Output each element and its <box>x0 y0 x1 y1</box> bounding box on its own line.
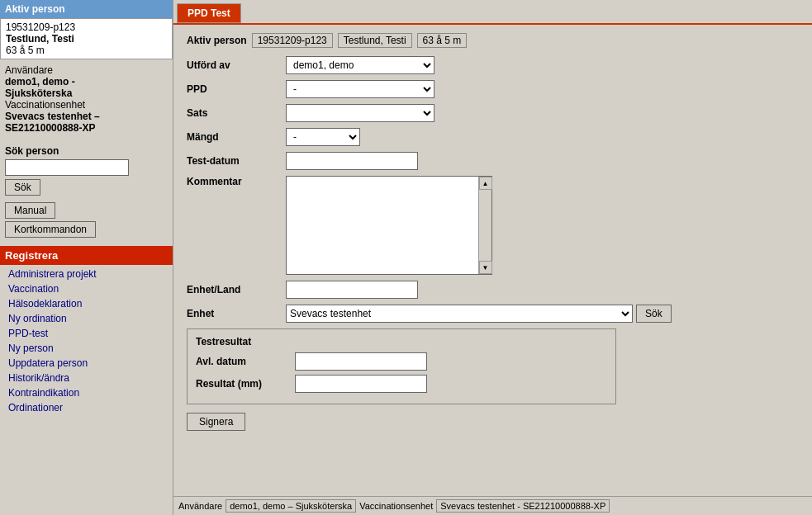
sidebar-item-ppd-test[interactable]: PPD-test <box>0 326 173 341</box>
utford-av-select[interactable]: demo1, demo <box>286 56 434 74</box>
kortkommandon-button[interactable]: Kortkommandon <box>5 221 96 238</box>
statusbar-vaccinationsenhet-value: Svevacs testenhet - SE21210000888-XP <box>436 499 610 513</box>
tab-ppd-test[interactable]: PPD Test <box>177 3 241 23</box>
person-name: Testlund, Testi <box>6 33 167 45</box>
test-datum-row: Test-datum 2017-05-16 <box>187 152 799 170</box>
signera-row: Signera <box>187 413 799 431</box>
user-label: Användare <box>5 64 168 76</box>
main-content: PPD Test Aktiv person 19531209-p123 Test… <box>173 0 812 515</box>
testresultat-title: Testresultat <box>196 336 607 347</box>
scroll-down-arrow[interactable]: ▼ <box>479 261 492 274</box>
sidebar-item-ny-ordination[interactable]: Ny ordination <box>0 311 173 326</box>
statusbar-anvandare-label: Användare <box>178 501 222 511</box>
kommentar-label: Kommentar <box>187 176 286 187</box>
test-datum-label: Test-datum <box>187 155 286 167</box>
kommentar-box: ▲ ▼ <box>286 176 492 275</box>
tab-bar: PPD Test <box>173 0 812 25</box>
person-age: 63 å 5 m <box>6 45 167 56</box>
kommentar-textarea[interactable] <box>287 177 478 274</box>
enhet-land-row: Enhet/Land <box>187 281 799 299</box>
sidebar-item-ny-person[interactable]: Ny person <box>0 341 173 356</box>
enhet-select[interactable]: Svevacs testenhet <box>286 305 633 323</box>
statusbar-vaccinationsenhet-label: Vaccinationsenhet <box>359 501 433 511</box>
person-info-box: 19531209-p123 Testlund, Testi 63 å 5 m <box>0 18 173 59</box>
ppd-label: PPD <box>187 83 286 95</box>
status-bar: Användare demo1, demo – Sjuksköterska Va… <box>173 496 812 515</box>
ppd-select[interactable]: - <box>286 80 434 98</box>
aktiv-person-form-label: Aktiv person <box>187 35 247 46</box>
mangd-row: Mängd - <box>187 128 799 146</box>
unit-label: Vaccinationsenhet <box>5 99 168 111</box>
registrera-header: Registrera <box>0 246 173 265</box>
user-info: Användare demo1, demo - Sjuksköterska Va… <box>0 59 173 135</box>
enhet-row: Enhet Svevacs testenhet Sök <box>187 305 799 323</box>
utford-av-row: Utförd av demo1, demo <box>187 56 799 74</box>
sidebar-item-ordinationer[interactable]: Ordinationer <box>0 400 173 415</box>
utford-av-label: Utförd av <box>187 59 286 71</box>
sats-label: Sats <box>187 107 286 119</box>
aktiv-person-form-id: 19531209-p123 <box>252 33 333 48</box>
aktiv-person-title: Aktiv person <box>5 3 65 15</box>
avl-datum-row: Avl. datum <box>196 352 607 371</box>
sidebar-item-kontraindikation[interactable]: Kontraindikation <box>0 385 173 400</box>
enhet-land-label: Enhet/Land <box>187 284 286 295</box>
person-id: 19531209-p123 <box>6 21 167 33</box>
sok-person-section: Sök person Sök <box>0 142 173 199</box>
resultat-mm-input[interactable] <box>295 375 427 393</box>
sidebar-item-historik-andra[interactable]: Historik/ändra <box>0 371 173 385</box>
sok-person-label: Sök person <box>5 145 168 157</box>
resultat-mm-label: Resultat (mm) <box>196 378 295 390</box>
sidebar-item-administrera-projekt[interactable]: Administrera projekt <box>0 267 173 281</box>
kommentar-row: Kommentar ▲ ▼ <box>187 176 799 275</box>
scroll-up-arrow[interactable]: ▲ <box>479 177 492 190</box>
aktiv-person-header: Aktiv person <box>0 0 173 18</box>
sats-row: Sats <box>187 104 799 122</box>
enhet-land-input[interactable] <box>286 281 418 299</box>
mangd-label: Mängd <box>187 131 286 143</box>
user-role: Sjuksköterska <box>5 87 168 99</box>
mangd-select[interactable]: - <box>286 128 360 146</box>
sidebar-buttons: Manual Kortkommandon <box>0 199 173 241</box>
signera-button[interactable]: Signera <box>187 413 245 431</box>
kommentar-scrollbar: ▲ ▼ <box>478 177 491 274</box>
form-area: Aktiv person 19531209-p123 Testlund, Tes… <box>173 25 812 496</box>
sats-select[interactable] <box>286 104 434 122</box>
sidebar-item-vaccination[interactable]: Vaccination <box>0 281 173 296</box>
avl-datum-label: Avl. datum <box>196 356 295 367</box>
enhet-label: Enhet <box>187 308 286 319</box>
search-input[interactable] <box>5 159 129 176</box>
sidebar-item-uppdatera-person[interactable]: Uppdatera person <box>0 356 173 371</box>
manual-button[interactable]: Manual <box>5 202 55 219</box>
search-button[interactable]: Sök <box>5 179 40 196</box>
aktiv-person-form-age: 63 å 5 m <box>417 33 468 48</box>
avl-datum-input[interactable] <box>295 352 427 371</box>
user-name: demo1, demo - <box>5 76 168 87</box>
testresultat-box: Testresultat Avl. datum Resultat (mm) <box>187 328 616 404</box>
sidebar-item-halsodeklaration[interactable]: Hälsodeklaration <box>0 296 173 311</box>
statusbar-anvandare-value: demo1, demo – Sjuksköterska <box>226 499 356 513</box>
resultat-mm-row: Resultat (mm) <box>196 375 607 393</box>
unit-name: Svevacs testenhet – <box>5 111 168 122</box>
aktiv-person-bar: Aktiv person 19531209-p123 Testlund, Tes… <box>187 33 799 48</box>
ppd-row: PPD - <box>187 80 799 98</box>
sidebar: Aktiv person 19531209-p123 Testlund, Tes… <box>0 0 173 515</box>
test-datum-input[interactable]: 2017-05-16 <box>286 152 418 170</box>
aktiv-person-form-name: Testlund, Testi <box>338 33 412 48</box>
sidebar-menu: Administrera projektVaccinationHälsodekl… <box>0 265 173 417</box>
enhet-sok-button[interactable]: Sök <box>636 305 672 323</box>
unit-id: SE21210000888-XP <box>5 122 168 134</box>
